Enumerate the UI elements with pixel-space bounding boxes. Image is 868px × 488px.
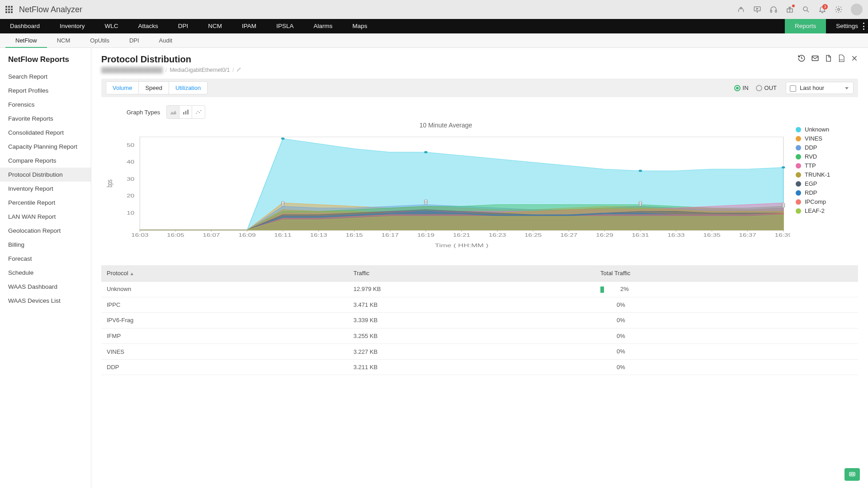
svg-text:16:21: 16:21 [453, 233, 470, 238]
sidebar-item-forensics[interactable]: Forensics [0, 98, 91, 112]
scatter-chart-icon[interactable] [192, 106, 205, 118]
app-title: NetFlow Analyzer [19, 5, 82, 14]
subnav-item-audit[interactable]: Audit [149, 33, 183, 48]
sidebar-item-favorite-reports[interactable]: Favorite Reports [0, 112, 91, 126]
svg-point-69 [425, 200, 427, 202]
svg-point-14 [199, 112, 200, 113]
rocket-icon[interactable] [737, 5, 745, 14]
mainnav-item-reports[interactable]: Reports [785, 19, 826, 33]
sidebar-item-lan-wan-report[interactable]: LAN WAN Report [0, 210, 91, 224]
mainnav-item-inventory[interactable]: Inventory [50, 19, 95, 33]
mainnav-item-dpi[interactable]: DPI [168, 19, 198, 33]
mainnav-item-ipsla[interactable]: IPSLA [266, 19, 303, 33]
direction-in[interactable]: IN [734, 84, 749, 92]
viewtab-utilization[interactable]: Utilization [169, 82, 207, 94]
email-icon[interactable] [811, 54, 819, 62]
breadcrumb: ████████████████ / MediaGigabitEthernet0… [101, 66, 242, 73]
close-icon[interactable] [851, 55, 858, 62]
sidebar-item-waas-dashboard[interactable]: WAAS Dashboard [0, 280, 91, 294]
svg-point-0 [741, 8, 741, 9]
gift-icon[interactable] [786, 5, 794, 14]
topbar-left: NetFlow Analyzer [5, 5, 82, 14]
pdf-icon[interactable] [825, 54, 832, 62]
edit-icon[interactable] [236, 66, 242, 73]
sidebar-item-billing[interactable]: Billing [0, 238, 91, 252]
chart-controls: Graph Types [127, 105, 858, 119]
table-row[interactable]: VINES3.227 KB0% [101, 344, 858, 360]
subnav-item-dpi[interactable]: DPI [119, 33, 149, 48]
bell-icon[interactable]: 3 [818, 5, 826, 14]
subnav-item-oputils[interactable]: OpUtils [80, 33, 119, 48]
filter-row: VolumeSpeedUtilization IN OUT Last hour [101, 79, 858, 97]
viewtab-speed[interactable]: Speed [139, 82, 169, 94]
mainnav-item-dashboard[interactable]: Dashboard [0, 19, 50, 33]
area-chart-icon[interactable] [167, 106, 179, 118]
legend-item-vines[interactable]: VINES [796, 135, 858, 142]
gear-icon[interactable] [835, 5, 843, 14]
legend-item-ipcomp[interactable]: IPComp [796, 198, 858, 205]
sidebar-item-protocol-distribution[interactable]: Protocol Distribution [0, 168, 91, 182]
mainnav-item-ipam[interactable]: IPAM [232, 19, 266, 33]
legend-item-unknown[interactable]: Unknown [796, 126, 858, 133]
sidebar-item-compare-reports[interactable]: Compare Reports [0, 154, 91, 168]
svg-point-5 [803, 7, 807, 11]
subnav-item-ncm[interactable]: NCM [47, 33, 80, 48]
mainnav-item-settings[interactable]: Settings [826, 19, 868, 33]
svg-text:csv: csv [840, 58, 843, 61]
breadcrumb-device[interactable]: ████████████████ [101, 67, 163, 73]
table-row[interactable]: DDP3.211 KB0% [101, 359, 858, 375]
monitor-icon[interactable] [753, 5, 761, 14]
sidebar-item-report-profiles[interactable]: Report Profiles [0, 84, 91, 98]
svg-text:16:07: 16:07 [203, 233, 220, 238]
bar-chart-icon[interactable] [179, 106, 192, 118]
svg-rect-2 [770, 10, 772, 13]
legend-item-leaf-2[interactable]: LEAF-2 [796, 207, 858, 214]
svg-text:16:13: 16:13 [310, 233, 327, 238]
mainnav-item-wlc[interactable]: WLC [95, 19, 128, 33]
sidebar-item-waas-devices-list[interactable]: WAAS Devices List [0, 294, 91, 308]
sidebar-item-capacity-planning-report[interactable]: Capacity Planning Report [0, 140, 91, 154]
search-icon[interactable] [802, 5, 810, 14]
direction-out[interactable]: OUT [756, 84, 777, 92]
table-row[interactable]: IFMP3.255 KB0% [101, 328, 858, 344]
legend-item-egp[interactable]: EGP [796, 180, 858, 187]
mainnav-item-attacks[interactable]: Attacks [128, 19, 168, 33]
sidebar-item-percentile-report[interactable]: Percentile Report [0, 196, 91, 210]
mainnav-item-maps[interactable]: Maps [342, 19, 377, 33]
area-chart[interactable]: 1020304050bps16:0316:0516:0716:0916:1116… [101, 132, 790, 250]
sidebar-item-geolocation-report[interactable]: Geolocation Report [0, 224, 91, 238]
mainnav-item-alarms[interactable]: Alarms [303, 19, 342, 33]
table-row[interactable]: IPPC3.471 KB0% [101, 297, 858, 313]
subnav-item-netflow[interactable]: NetFlow [5, 33, 47, 48]
breadcrumb-interface[interactable]: MediaGigabitEthernet0/1 [170, 67, 230, 73]
avatar[interactable] [851, 4, 863, 15]
headset-icon[interactable] [769, 5, 778, 14]
sidebar-item-forecast[interactable]: Forecast [0, 252, 91, 266]
svg-text:16:37: 16:37 [739, 233, 756, 238]
time-range-select[interactable]: Last hour [786, 82, 854, 94]
history-icon[interactable] [797, 54, 806, 62]
sidebar-item-inventory-report[interactable]: Inventory Report [0, 182, 91, 196]
legend-item-rdp[interactable]: RDP [796, 189, 858, 196]
table-row[interactable]: Unknown12.979 KB2% [101, 282, 858, 297]
table-header-traffic[interactable]: Traffic [348, 265, 595, 282]
table-row[interactable]: IPV6-Frag3.339 KB0% [101, 313, 858, 328]
svg-point-12 [196, 113, 197, 114]
sidebar-item-search-report[interactable]: Search Report [0, 70, 91, 84]
legend-item-ddp[interactable]: DDP [796, 144, 858, 151]
table-header-total-traffic[interactable]: Total Traffic [595, 265, 858, 282]
legend-item-rvd[interactable]: RVD [796, 153, 858, 160]
viewtab-volume[interactable]: Volume [106, 82, 139, 94]
sidebar-item-consolidated-report[interactable]: Consolidated Report [0, 126, 91, 140]
csv-icon[interactable]: csv [837, 54, 845, 62]
table-header-protocol[interactable]: Protocol▲ [101, 265, 348, 282]
legend-item-trunk-1[interactable]: TRUNK-1 [796, 171, 858, 178]
view-tabs: VolumeSpeedUtilization [106, 81, 208, 94]
svg-point-73 [639, 202, 642, 203]
sidebar-item-schedule[interactable]: Schedule [0, 266, 91, 280]
support-float-button[interactable] [844, 468, 860, 481]
mainnav-item-ncm[interactable]: NCM [198, 19, 232, 33]
apps-grid-icon[interactable] [5, 6, 13, 13]
overflow-menu-icon[interactable] [863, 23, 864, 30]
legend-item-ttp[interactable]: TTP [796, 162, 858, 169]
